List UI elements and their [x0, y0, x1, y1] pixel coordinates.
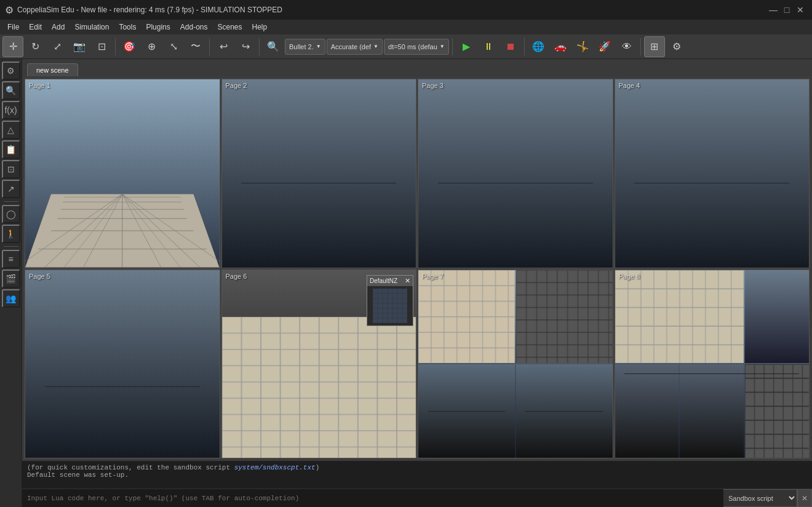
page-7-subgrid	[418, 270, 613, 458]
menu-addons[interactable]: Add-ons	[175, 22, 213, 33]
sidebar-users[interactable]: 👥	[2, 289, 20, 308]
main-area: ⚙ 🔍 f(x) △ 📋 ⊡ ↗ ◯ 🚶 ≡ 🎬 👥 new scene Pag…	[0, 59, 812, 507]
scene-area: Page 1	[22, 76, 812, 461]
script-close-button[interactable]: ✕	[797, 489, 812, 507]
toolbar-sep4	[452, 38, 453, 55]
settings-button[interactable]: ⚙	[666, 36, 687, 57]
eye-button[interactable]: 👁	[616, 36, 637, 57]
page-4-label: Page 4	[619, 82, 640, 89]
sidebar-clip[interactable]: 📋	[2, 140, 20, 159]
app-icon: ⚙	[5, 4, 14, 16]
menu-simulation[interactable]: Simulation	[70, 22, 114, 33]
sidebar-shapes[interactable]: △	[2, 121, 20, 139]
stop-button[interactable]: ⏹	[500, 36, 521, 57]
sidebar-movie[interactable]: 🎬	[2, 269, 20, 288]
cursor-tool[interactable]: ✛	[2, 36, 23, 57]
close-button[interactable]: ✕	[794, 3, 807, 17]
titlebar: ⚙ CoppeliaSim Edu - New file - rendering…	[0, 0, 812, 20]
page-1-label: Page 1	[29, 82, 50, 89]
physics-engine-dropdown[interactable]: Bullet 2.	[285, 39, 325, 55]
camera-rotate-tool[interactable]: 📷	[69, 36, 90, 57]
sidebar-pointer[interactable]: ↗	[2, 180, 20, 198]
sidebar-select[interactable]: ⊡	[2, 160, 20, 178]
page-5-label: Page 5	[29, 273, 50, 280]
search-tool[interactable]: 🔍	[263, 36, 284, 57]
maximize-button[interactable]: □	[780, 3, 794, 17]
move-tool[interactable]: ⤡	[163, 36, 184, 57]
console-line2: Default scene was set-up.	[27, 471, 807, 479]
timestep-dropdown[interactable]: dt=50 ms (defau	[384, 39, 449, 55]
svg-rect-22	[373, 289, 407, 323]
page-8[interactable]: Page 8	[615, 269, 810, 459]
console-input-row: Sandbox script ✕	[22, 489, 812, 507]
svg-rect-28	[615, 270, 744, 364]
sidebar-layers[interactable]: ≡	[2, 250, 20, 268]
pause-button[interactable]: ⏸	[478, 36, 499, 57]
script-selector-dropdown[interactable]: Sandbox script	[723, 489, 797, 507]
page-5[interactable]: Page 5	[25, 269, 220, 459]
menubar: File Edit Add Simulation Tools Plugins A…	[0, 20, 812, 34]
page-8-c2	[745, 270, 809, 364]
menu-add[interactable]: Add	[47, 22, 70, 33]
tabbar: new scene	[22, 59, 812, 76]
page-8-c4	[680, 364, 744, 458]
page-4[interactable]: Page 4	[615, 79, 810, 268]
sidebar-sep2	[4, 246, 18, 247]
toolbar-sep1	[115, 38, 116, 55]
car-button[interactable]: 🚗	[550, 36, 571, 57]
menu-scenes[interactable]: Scenes	[213, 22, 247, 33]
page-7-cell-br	[516, 364, 613, 458]
texture-popup: DefaultNZ ✕	[367, 275, 413, 326]
sidebar-zoom[interactable]: 🔍	[2, 81, 20, 100]
tab-new-scene[interactable]: new scene	[27, 63, 78, 76]
solver-dropdown[interactable]: Accurate (def	[327, 39, 383, 55]
menu-edit[interactable]: Edit	[24, 22, 47, 33]
earth-button[interactable]: 🌐	[528, 36, 549, 57]
sidebar-formula[interactable]: f(x)	[2, 101, 20, 119]
bottom-panel: (for quick customizations, edit the sand…	[22, 461, 812, 507]
page-3[interactable]: Page 3	[418, 79, 613, 268]
menu-plugins[interactable]: Plugins	[141, 22, 175, 33]
target-tool[interactable]: 🎯	[119, 36, 140, 57]
page-7-cell-bl	[418, 364, 515, 458]
sidebar-settings[interactable]: ⚙	[2, 62, 20, 80]
menu-file[interactable]: File	[2, 22, 24, 33]
page-2[interactable]: Page 2	[221, 79, 417, 268]
avatar-button[interactable]: 🤸	[572, 36, 593, 57]
play-button[interactable]: ▶	[456, 36, 477, 57]
titlebar-text: CoppeliaSim Edu - New file - rendering: …	[17, 6, 766, 14]
transform-tool[interactable]: ⊕	[141, 36, 162, 57]
page-7-label: Page 7	[422, 273, 444, 280]
content-area: new scene Page 1	[22, 59, 812, 507]
page-6[interactable]: Page 6 DefaultNZ ✕	[221, 269, 417, 459]
rotate-object-tool[interactable]: ↻	[25, 36, 46, 57]
svg-rect-26	[516, 270, 613, 364]
page-7-cell-tr	[516, 270, 613, 364]
console-input[interactable]	[22, 489, 723, 507]
menu-tools[interactable]: Tools	[114, 22, 141, 33]
page-1[interactable]: Page 1	[25, 79, 220, 268]
page-7[interactable]: Page 7	[418, 269, 613, 459]
page-8-c3	[615, 364, 679, 458]
toolbar: ✛ ↻ ⤢ 📷 ⊡ 🎯 ⊕ ⤡ 〜 ↩ ↪ 🔍 Bullet 2. Accura…	[0, 34, 812, 59]
minimize-button[interactable]: —	[766, 3, 780, 17]
toolbar-sep6	[640, 38, 641, 55]
sidebar-person[interactable]: 🚶	[2, 225, 20, 243]
undo-button[interactable]: ↩	[213, 36, 234, 57]
rocket-button[interactable]: 🚀	[594, 36, 615, 57]
redo-button[interactable]: ↪	[235, 36, 256, 57]
path-tool[interactable]: 〜	[185, 36, 206, 57]
page-2-label: Page 2	[226, 82, 247, 89]
sidebar-circle[interactable]: ◯	[2, 205, 20, 223]
menu-help[interactable]: Help	[247, 22, 273, 33]
shift-tool[interactable]: ⤢	[47, 36, 68, 57]
sidebar-sep1	[4, 201, 18, 202]
page-8-label: Page 8	[619, 273, 640, 280]
pages-button[interactable]: ⊞	[644, 36, 665, 57]
page-8-c5	[745, 364, 809, 458]
texture-popup-close[interactable]: ✕	[405, 277, 410, 285]
texture-preview-icon	[373, 289, 407, 323]
svg-rect-30	[745, 364, 809, 458]
page-8-c1	[615, 270, 744, 364]
scale-tool[interactable]: ⊡	[91, 36, 112, 57]
